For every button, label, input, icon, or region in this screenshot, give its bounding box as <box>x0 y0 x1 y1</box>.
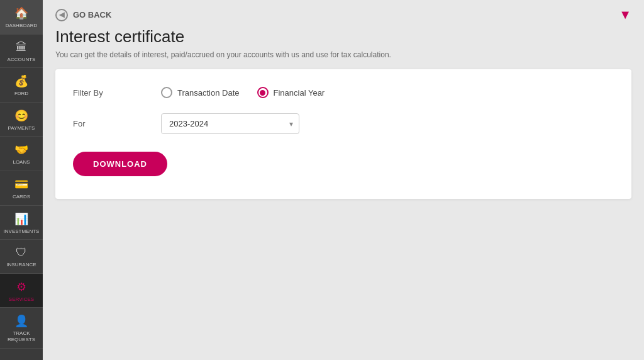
sidebar-item-label: Accounts <box>8 57 36 63</box>
page-description: You can get the details of interest, pai… <box>55 50 631 59</box>
sidebar-item-accounts[interactable]: 🏛 Accounts <box>0 35 43 69</box>
sidebar-item-investments[interactable]: 📊 Investments <box>0 206 43 240</box>
sidebar-item-label: TrackRequests <box>8 330 35 342</box>
cards-icon: 💳 <box>14 177 28 191</box>
insurance-icon: 🛡 <box>16 246 27 259</box>
sidebar-item-label: Services <box>9 296 34 303</box>
radio-financial-year-label: Financial Year <box>274 88 325 98</box>
filter-radio-group: Transaction Date Financial Year <box>161 87 325 98</box>
radio-outer-transaction-date <box>161 87 172 98</box>
sidebar-item-loans[interactable]: 🤝 Loans <box>0 137 43 171</box>
sidebar-item-label: Investments <box>4 228 40 235</box>
sidebar-item-label: Dashboard <box>6 23 38 29</box>
sidebar-item-label: Payments <box>8 125 35 132</box>
corner-arrow-icon: ▼ <box>619 8 631 22</box>
sidebar-item-label: Loans <box>13 159 30 166</box>
sidebar-item-label: Insurance <box>6 262 36 268</box>
for-label: For <box>73 119 161 128</box>
go-back-label: GO BACK <box>73 10 111 20</box>
year-select-wrapper: 2023-2024 2022-2023 2021-2022 2020-2021 … <box>161 113 299 134</box>
sidebar-item-insurance[interactable]: 🛡 Insurance <box>0 240 43 274</box>
accounts-icon: 🏛 <box>16 41 27 54</box>
go-back-button[interactable]: ◀ GO BACK <box>55 9 111 21</box>
fdrd-icon: 💰 <box>14 74 28 88</box>
main-card: Filter By Transaction Date Financial Yea… <box>55 69 631 199</box>
main-content: ◀ GO BACK ▼ Interest certificate You can… <box>43 0 644 360</box>
radio-inner-financial-year <box>260 90 265 96</box>
radio-transaction-date-label: Transaction Date <box>177 88 240 98</box>
sidebar: 🏠 Dashboard 🏛 Accounts 💰 FDRD 😊 Payments… <box>0 0 43 360</box>
sidebar-item-label: Cards <box>13 194 30 200</box>
sidebar-item-payments[interactable]: 😊 Payments <box>0 103 43 137</box>
dashboard-icon: 🏠 <box>14 6 28 20</box>
services-icon: ⚙ <box>16 280 26 294</box>
sidebar-item-track-requests[interactable]: 👤 TrackRequests <box>0 308 43 348</box>
sidebar-item-dashboard[interactable]: 🏠 Dashboard <box>0 0 43 35</box>
radio-transaction-date[interactable]: Transaction Date <box>161 87 240 98</box>
sidebar-item-cards[interactable]: 💳 Cards <box>0 171 43 206</box>
radio-financial-year[interactable]: Financial Year <box>257 87 325 98</box>
sidebar-item-label: FDRD <box>14 91 28 97</box>
header-bar: ◀ GO BACK ▼ <box>43 0 644 27</box>
year-select[interactable]: 2023-2024 2022-2023 2021-2022 2020-2021 <box>161 113 299 134</box>
sidebar-item-fdrd[interactable]: 💰 FDRD <box>0 68 43 103</box>
payments-icon: 😊 <box>14 109 28 123</box>
for-row: For 2023-2024 2022-2023 2021-2022 2020-2… <box>73 113 614 134</box>
radio-outer-financial-year <box>257 87 269 98</box>
download-button[interactable]: DOWNLOAD <box>73 152 167 176</box>
page-title: Interest certificate <box>55 27 631 47</box>
filter-row: Filter By Transaction Date Financial Yea… <box>73 87 614 98</box>
go-back-circle-icon: ◀ <box>55 9 68 21</box>
investments-icon: 📊 <box>14 212 28 226</box>
sidebar-item-services[interactable]: ⚙ Services <box>0 274 43 308</box>
track-requests-icon: 👤 <box>14 314 28 328</box>
loans-icon: 🤝 <box>14 143 28 157</box>
filter-by-label: Filter By <box>73 88 161 98</box>
page-title-area: Interest certificate You can get the det… <box>43 27 644 69</box>
